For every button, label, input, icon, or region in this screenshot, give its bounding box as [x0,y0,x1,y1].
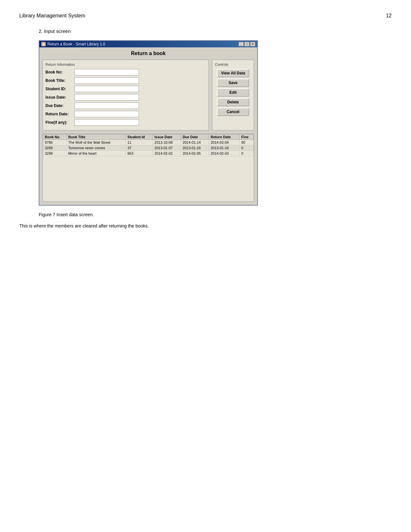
close-button[interactable]: ✕ [250,42,255,46]
application-window: 📋 Return a Book - Smart Library 1.0 _ □ … [39,40,258,206]
book-title-input[interactable] [74,77,139,84]
cell-issue-date: 2014-02-02 [153,151,181,156]
cell-student-id: 663 [126,151,153,156]
cell-issue-date: 2013-10-08 [153,140,181,145]
issue-date-input[interactable] [74,94,139,101]
book-title-label: Book Title: [45,78,74,83]
fine-label: Fine(if any): [45,120,74,125]
student-id-row: Student ID: [45,86,206,92]
figure-caption: Figure 7 Insert data screen. [39,212,392,217]
student-id-label: Student ID: [45,87,74,91]
window-content: Return a book Return Information Book No… [39,47,257,205]
window-titlebar: 📋 Return a Book - Smart Library 1.0 _ □ … [39,41,257,47]
delete-button[interactable]: Delete [217,98,249,106]
book-no-row: Book No: [45,69,206,75]
cell-fine: 90 [240,140,254,145]
cell-book-no: 3299 [43,151,67,156]
view-all-data-button[interactable]: View All Data [217,69,249,77]
titlebar-left: 📋 Return a Book - Smart Library 1.0 [41,42,105,46]
return-date-row: Return Date: [45,111,206,117]
book-no-input[interactable] [74,69,139,75]
edit-button[interactable]: Edit [217,88,249,97]
return-information-panel: Return Information Book No: Book Title: … [43,60,209,131]
col-due-date: Due Date [181,134,209,140]
cell-return-date: 2014-02-03 [209,151,240,156]
empty-table-space [43,156,254,201]
table-row[interactable]: 9786 The Wolf of the Wall Street 11 2013… [43,140,254,145]
description-text: This is where the members are cleared af… [19,222,392,229]
data-table-area: Book No Book Title Student Id Issue Date… [43,134,254,202]
cell-return-date: 2014-02-04 [209,140,240,145]
col-book-title: Book Title [66,134,126,140]
table-row[interactable]: 3269 Tomorrow never comes 37 2013-01-07 … [43,145,254,151]
col-fine: Fine [240,134,254,140]
page-header: Library Management System 12 [19,13,392,19]
return-info-label: Return Information [45,63,206,66]
minimize-button[interactable]: _ [239,42,244,46]
col-issue-date: Issue Date [153,134,181,140]
form-area: Return Information Book No: Book Title: … [43,60,254,131]
cell-student-id: 37 [126,145,153,151]
controls-panel: Controls View All Data Save Edit Delete … [212,60,254,131]
data-table: Book No Book Title Student Id Issue Date… [43,134,254,156]
cancel-button[interactable]: Cancel [217,108,249,116]
cell-fine: 0 [240,145,254,151]
cell-due-date: 2014-02-05 [181,151,209,156]
return-date-input[interactable] [74,111,139,117]
cell-issue-date: 2013-01-07 [153,145,181,151]
section-heading: 2. Input screen [39,28,392,34]
form-main-title: Return a book [43,51,254,56]
controls-label: Controls [215,63,228,66]
due-date-input[interactable] [74,102,139,109]
cell-book-no: 9786 [43,140,67,145]
issue-date-row: Issue Date: [45,94,206,101]
window-title: Return a Book - Smart Library 1.0 [47,42,105,46]
return-date-label: Return Date: [45,112,74,116]
book-title-row: Book Title: [45,77,206,84]
due-date-label: Due Date: [45,103,74,108]
page-number: 12 [386,13,392,19]
col-return-date: Return Date [209,134,240,140]
cell-fine: 0 [240,151,254,156]
cell-return-date: 2013-01-16 [209,145,240,151]
cell-due-date: 2014-01-14 [181,140,209,145]
titlebar-controls: _ □ ✕ [239,42,255,46]
cell-book-title: The Wolf of the Wall Street [66,140,126,145]
due-date-row: Due Date: [45,102,206,109]
student-id-input[interactable] [74,86,139,92]
table-row[interactable]: 3299 Mirror of the heart 663 2014-02-02 … [43,151,254,156]
fine-input[interactable] [74,119,139,126]
fine-row: Fine(if any): [45,119,206,126]
col-book-no: Book No [43,134,67,140]
issue-date-label: Issue Date: [45,95,74,100]
page-title: Library Management System [19,13,85,19]
cell-due-date: 2013-01-16 [181,145,209,151]
table-header-row: Book No Book Title Student Id Issue Date… [43,134,254,140]
book-no-label: Book No: [45,70,74,74]
window-icon: 📋 [41,42,46,46]
col-student-id: Student Id [126,134,153,140]
cell-student-id: 11 [126,140,153,145]
cell-book-title: Mirror of the heart [66,151,126,156]
cell-book-no: 3269 [43,145,67,151]
maximize-button[interactable]: □ [244,42,250,46]
save-button[interactable]: Save [217,79,249,87]
cell-book-title: Tomorrow never comes [66,145,126,151]
